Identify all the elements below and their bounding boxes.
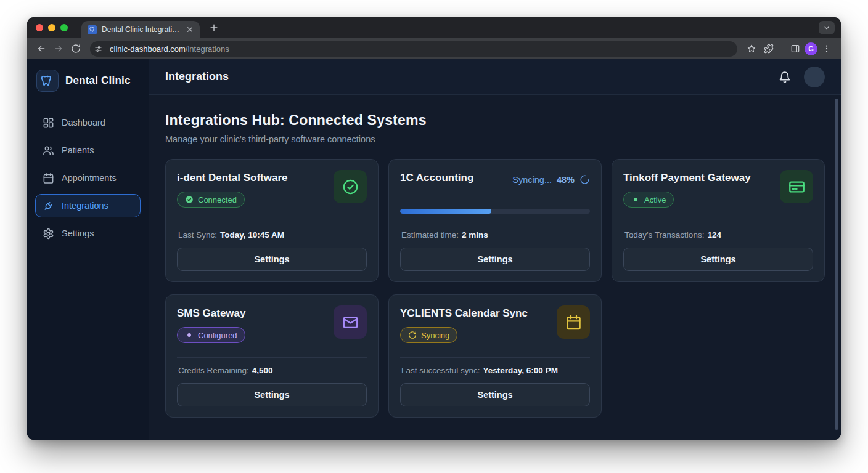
browser-menu-kebab-button[interactable] — [819, 41, 835, 57]
card-title-group: Tinkoff Payment Gateway Active — [623, 170, 751, 208]
back-button[interactable] — [33, 41, 49, 57]
dot-icon — [185, 331, 194, 339]
browser-window: Dental Clinic Integrations clinic-dashbo… — [27, 17, 841, 440]
card-title-group: i-dent Dental Software Connected — [177, 170, 287, 208]
card-top: Tinkoff Payment Gateway Active — [623, 170, 813, 208]
card-bottom: Credits Remaining:4,500 Settings — [177, 357, 367, 406]
integration-card-tinkoff-payment-gateway: Tinkoff Payment Gateway Active Today's T… — [612, 159, 825, 282]
card-title: SMS Gateway — [177, 307, 246, 320]
settings-button[interactable]: Settings — [177, 383, 367, 406]
card-top: 1C Accounting Syncing... 48% — [400, 170, 590, 192]
spinner-icon — [579, 174, 590, 185]
card-bottom: Estimated time:2 mins Settings — [400, 222, 590, 271]
integration-card-yclients-calendar-sync: YCLIENTS Calendar Sync Syncing Last succ… — [388, 294, 602, 418]
credit-card-icon — [780, 170, 813, 203]
card-top: i-dent Dental Software Connected — [177, 170, 367, 208]
check-circle-filled-icon — [185, 195, 194, 204]
integration-cards-grid: i-dent Dental Software Connected Last Sy… — [165, 159, 825, 418]
card-bottom: Today's Transactions:124 Settings — [623, 222, 813, 271]
sync-progress-fill — [400, 209, 491, 214]
card-meta-label: Estimated time: — [401, 230, 459, 240]
dot-icon — [631, 195, 640, 204]
card-title-group: YCLIENTS Calendar Sync Syncing — [400, 305, 528, 343]
sidebar-item-settings[interactable]: Settings — [35, 222, 141, 245]
calendar-icon — [43, 172, 54, 184]
tab-strip: Dental Clinic Integrations — [27, 17, 841, 38]
user-avatar[interactable] — [804, 67, 825, 87]
users-icon — [43, 145, 54, 156]
card-title: YCLIENTS Calendar Sync — [400, 307, 528, 320]
settings-button[interactable]: Settings — [177, 248, 367, 271]
tab-close-icon[interactable] — [185, 25, 195, 34]
card-title: Tinkoff Payment Gateway — [623, 172, 751, 184]
card-title: i-dent Dental Software — [177, 172, 287, 184]
settings-button[interactable]: Settings — [400, 383, 590, 406]
card-title: 1C Accounting — [400, 172, 473, 184]
sidebar-nav: Dashboard Patients Appointments Integrat… — [35, 111, 141, 245]
card-meta: Today's Transactions:124 — [623, 222, 813, 248]
extensions-puzzle-button[interactable] — [761, 41, 777, 57]
vertical-scrollbar[interactable] — [835, 99, 838, 430]
content-header: Integrations — [149, 59, 841, 95]
tab-favicon-tooth-icon — [88, 25, 97, 34]
calendar-icon — [557, 305, 590, 339]
card-title-group: SMS Gateway Configured — [177, 305, 246, 343]
status-badge: Active — [623, 192, 674, 208]
header-actions — [778, 67, 825, 87]
card-meta: Last successful sync:Yesterday, 6:00 PM — [400, 358, 590, 383]
settings-button[interactable]: Settings — [400, 248, 590, 271]
browser-tab[interactable]: Dental Clinic Integrations — [81, 21, 200, 38]
sidebar-item-label: Appointments — [62, 173, 117, 183]
card-bottom: Last Sync:Today, 10:45 AM Settings — [177, 222, 367, 271]
zoom-window-button[interactable] — [60, 24, 68, 31]
dashboard-icon — [43, 117, 54, 129]
status-badge-label: Active — [644, 195, 666, 204]
bookmark-star-button[interactable] — [743, 41, 760, 57]
sidebar-item-label: Settings — [62, 228, 94, 238]
sidebar: Dental Clinic Dashboard Patients Appoint… — [27, 59, 149, 440]
notifications-bell-icon[interactable] — [778, 70, 792, 84]
sync-status-label: Syncing... — [512, 175, 552, 185]
sidebar-item-patients[interactable]: Patients — [35, 139, 141, 162]
brand: Dental Clinic — [35, 67, 141, 95]
status-badge-label: Connected — [198, 195, 237, 204]
toolbar-divider — [782, 44, 782, 54]
site-settings-icon[interactable] — [92, 43, 104, 55]
card-meta-value: 124 — [707, 230, 721, 240]
browser-profile-avatar[interactable]: G — [805, 42, 817, 55]
integration-card-1c-accounting: 1C Accounting Syncing... 48% Estimated t… — [388, 159, 602, 282]
card-meta: Credits Remaining:4,500 — [177, 358, 367, 383]
sidebar-item-appointments[interactable]: Appointments — [35, 166, 141, 190]
status-badge-label: Configured — [198, 331, 237, 340]
url-text: clinic-dashboard.com/integrations — [110, 44, 229, 54]
page-subheading: Manage your clinic's third-party softwar… — [165, 134, 825, 144]
check-circle-icon — [334, 170, 367, 203]
url-path: /integrations — [186, 44, 229, 54]
card-top: SMS Gateway Configured — [177, 305, 367, 343]
new-tab-button[interactable] — [208, 22, 219, 33]
sidebar-item-dashboard[interactable]: Dashboard — [35, 111, 141, 134]
side-panel-button[interactable] — [787, 41, 803, 57]
page-heading: Integrations Hub: Connected Systems — [165, 112, 825, 129]
address-bar[interactable]: clinic-dashboard.com/integrations — [90, 41, 737, 57]
forward-button[interactable] — [51, 41, 67, 57]
tab-search-chevron-button[interactable] — [819, 21, 835, 34]
window-controls — [36, 24, 68, 31]
plug-icon — [43, 200, 54, 212]
gear-icon — [43, 228, 54, 240]
sidebar-item-label: Integrations — [62, 201, 108, 211]
integration-card-i-dent-dental-software: i-dent Dental Software Connected Last Sy… — [165, 159, 379, 282]
content-area: Integrations Integrations Hub: Connected… — [149, 59, 841, 440]
settings-button[interactable]: Settings — [623, 248, 813, 271]
page-title: Integrations — [165, 70, 229, 83]
reload-button[interactable] — [68, 41, 84, 57]
sync-status: Syncing... 48% — [512, 174, 590, 185]
brand-tooth-icon — [36, 70, 59, 92]
mail-icon — [334, 305, 367, 339]
minimize-window-button[interactable] — [48, 24, 55, 31]
close-window-button[interactable] — [36, 24, 43, 31]
status-badge: Configured — [177, 327, 245, 343]
integration-card-sms-gateway: SMS Gateway Configured Credits Remaining… — [165, 294, 379, 418]
card-meta-value: Today, 10:45 AM — [220, 230, 284, 240]
sidebar-item-integrations[interactable]: Integrations — [35, 194, 141, 217]
